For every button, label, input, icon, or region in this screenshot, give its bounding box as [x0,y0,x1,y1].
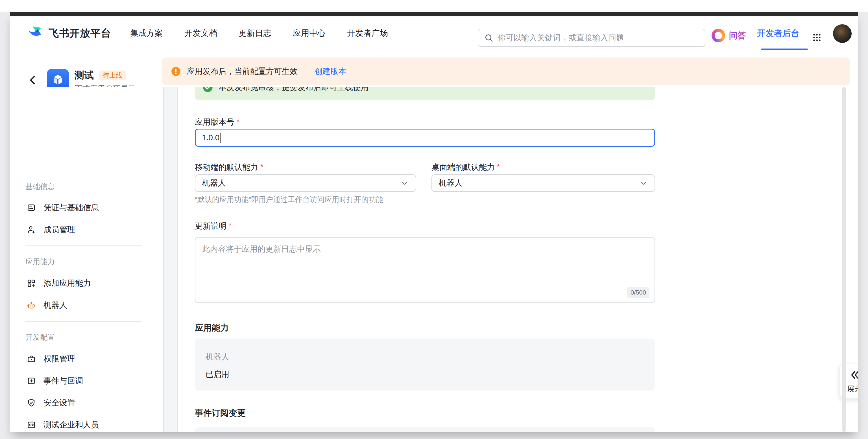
sidebar-item-bot[interactable]: 机器人 [22,296,154,315]
version-input[interactable]: 1.0.0 [195,129,655,147]
person-plus-icon [27,225,36,234]
status-badge: 待上线 [99,71,126,80]
nav-item-changelog[interactable]: 更新日志 [239,28,271,39]
double-chevron-left-icon [848,369,858,381]
shield-check-icon [27,398,36,408]
text-caret [220,133,220,143]
id-card-icon [27,203,36,212]
nav-item-integration[interactable]: 集成方案 [130,28,163,39]
capability-panel: 机器人 已启用 [195,339,655,391]
required-mark: * [237,117,240,126]
browser-window: 飞书开放平台 集成方案 开发文档 更新日志 应用中心 开发者广场 你可以输入关键… [10,12,858,432]
chevron-down-icon [400,179,409,187]
selected-value: 机器人 [439,178,463,189]
card-plus-icon [27,376,36,386]
sidebar-item-label: 机器人 [43,300,67,311]
sidebar-section-capabilities: 应用能力 [25,257,55,267]
event-panel [195,427,655,432]
sidebar-item-label: 测试企业和人员 [43,419,99,430]
sidebar-scroll-gutter[interactable] [163,87,178,432]
search-icon [484,33,494,43]
sidebar-item-members[interactable]: 成员管理 [22,220,154,239]
qa-entry[interactable]: 问答 [712,27,746,44]
success-check-icon [202,87,214,93]
main-content: 本次发布免审核，提交发布后即可上线使用 应用版本号* 1.0.0 移动端的默认能… [178,87,858,432]
expand-label: 展开 [847,384,858,394]
capability-hint: “默认的应用功能”即用户通过工作台访问应用时打开的功能 [195,195,383,205]
qa-label: 问答 [729,30,746,41]
sidebar-item-permissions[interactable]: 权限管理 [22,349,154,368]
event-section-heading: 事件订阅变更 [195,407,246,419]
qa-ring-icon [712,29,725,42]
selected-value: 机器人 [202,178,226,189]
sidebar: 基础信息 凭证与基础信息 成员管理 应用能力 添加应用能力 [10,87,163,432]
feishu-logo-icon [27,25,44,42]
sidebar-item-events[interactable]: 事件与回调 [22,371,154,391]
sidebar-item-label: 凭证与基础信息 [43,202,99,213]
desktop-capability-label: 桌面端的默认能力* [431,162,500,173]
update-notes-textarea[interactable]: 此内容将于应用的更新日志中显示 0/500 [195,237,655,303]
sidebar-item-test-org[interactable]: 测试企业和人员 [22,415,154,432]
code-box-icon [27,420,36,430]
nav-items: 集成方案 开发文档 更新日志 应用中心 开发者广场 [130,16,388,50]
sidebar-section-basic-info: 基础信息 [25,182,55,192]
sidebar-divider [25,321,142,322]
developer-console-link[interactable]: 开发者后台 [757,16,799,50]
capability-name: 机器人 [206,351,229,362]
sidebar-item-security[interactable]: 安全设置 [22,393,154,412]
search-input[interactable]: 你可以输入关键词，或直接输入问题 [478,29,705,47]
capability-section-heading: 应用能力 [195,322,229,334]
nav-item-docs[interactable]: 开发文档 [184,28,217,39]
grid-plus-icon [27,278,36,288]
sidebar-item-label: 添加应用能力 [43,278,91,289]
briefcase-icon [27,354,36,364]
sidebar-item-label: 权限管理 [43,353,75,364]
expand-panel-button[interactable]: 展开 [839,364,858,399]
sidebar-item-add-capability[interactable]: 添加应用能力 [22,274,154,293]
create-version-link[interactable]: 创建版本 [315,66,346,77]
char-counter: 0/500 [627,287,649,298]
update-notes-label: 更新说明* [195,221,231,231]
app-grid-icon[interactable] [812,29,822,38]
user-avatar[interactable] [833,24,851,43]
vertical-scrollbar[interactable] [842,87,846,432]
banner-text: 本次发布免审核，提交发布后即可上线使用 [219,87,369,93]
mobile-capability-label: 移动端的默认能力* [195,162,263,173]
version-value: 1.0.0 [202,133,219,142]
sidebar-item-label: 事件与回调 [43,375,83,386]
mobile-capability-select[interactable]: 机器人 [195,174,416,192]
sidebar-divider [25,245,142,246]
notice-text: 应用发布后，当前配置方可生效 [187,66,298,77]
textarea-placeholder: 此内容将于应用的更新日志中显示 [202,245,321,254]
app-header: 测试 待上线 正式应用@环界云 应用发布后，当前配置方可生效 创建版本 [10,50,858,87]
search-placeholder: 你可以输入关键词，或直接输入问题 [498,32,624,43]
required-mark: * [497,163,500,171]
version-label: 应用版本号* [195,117,240,128]
nav-item-app-center[interactable]: 应用中心 [293,28,326,39]
window-top-bar [10,12,858,16]
warning-icon [170,66,181,77]
required-mark: * [229,221,231,230]
review-free-banner: 本次发布免审核，提交发布后即可上线使用 [195,87,655,100]
app-title: 测试 [74,69,94,82]
brand-name: 飞书开放平台 [49,27,111,40]
top-navigation-bar: 飞书开放平台 集成方案 开发文档 更新日志 应用中心 开发者广场 你可以输入关键… [10,16,858,50]
sidebar-item-label: 安全设置 [43,398,75,408]
desktop-capability-select[interactable]: 机器人 [431,174,655,192]
robot-icon [27,301,36,310]
required-mark: * [260,163,263,171]
sidebar-item-label: 成员管理 [43,224,75,235]
chevron-down-icon [639,179,648,187]
nav-item-marketplace[interactable]: 开发者广场 [347,28,388,39]
back-chevron-icon[interactable] [27,74,39,86]
sidebar-item-credentials[interactable]: 凭证与基础信息 [22,198,154,217]
brand[interactable]: 飞书开放平台 [27,24,111,42]
publish-notice-banner: 应用发布后，当前配置方可生效 创建版本 [162,58,850,85]
capability-status: 已启用 [206,369,229,380]
sidebar-section-dev-config: 开发配置 [25,332,55,342]
